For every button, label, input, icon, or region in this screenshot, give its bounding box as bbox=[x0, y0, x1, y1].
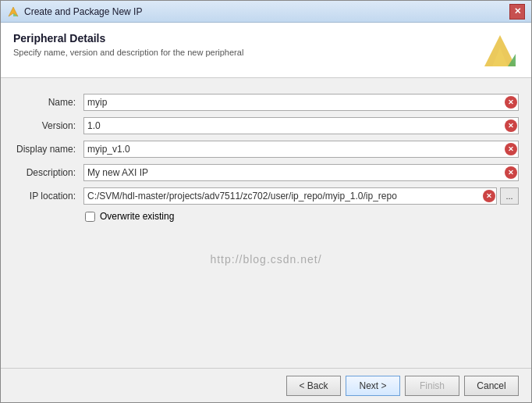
vivado-logo bbox=[481, 32, 519, 70]
display-name-label: Display name: bbox=[13, 144, 83, 155]
main-window: Create and Package New IP ✕ Peripheral D… bbox=[0, 0, 532, 403]
ip-location-clear-button[interactable]: ✕ bbox=[483, 190, 495, 202]
app-icon bbox=[7, 5, 20, 18]
version-input-wrapper: ✕ bbox=[83, 117, 519, 134]
display-name-input-wrapper: ✕ bbox=[83, 141, 519, 158]
name-input-wrapper: ✕ bbox=[83, 94, 519, 111]
overwrite-row: Overwrite existing bbox=[85, 211, 519, 222]
cancel-button[interactable]: Cancel bbox=[464, 376, 519, 396]
panel-header-text: Peripheral Details Specify name, version… bbox=[13, 32, 243, 57]
version-label: Version: bbox=[13, 120, 83, 131]
version-row: Version: ✕ bbox=[13, 117, 519, 134]
ip-location-input[interactable] bbox=[83, 187, 497, 205]
panel-title: Peripheral Details bbox=[13, 32, 243, 45]
panel-header: Peripheral Details Specify name, version… bbox=[1, 23, 531, 78]
form-area: Name: ✕ Version: ✕ Display name: bbox=[1, 78, 531, 368]
display-name-clear-button[interactable]: ✕ bbox=[505, 143, 517, 155]
ip-input-area: ✕ bbox=[83, 187, 497, 205]
title-bar-left: Create and Package New IP bbox=[7, 5, 142, 18]
ip-location-label: IP location: bbox=[13, 191, 83, 202]
back-button[interactable]: < Back bbox=[286, 376, 341, 396]
name-row: Name: ✕ bbox=[13, 94, 519, 111]
close-button[interactable]: ✕ bbox=[509, 4, 525, 20]
title-bar: Create and Package New IP ✕ bbox=[1, 1, 531, 23]
description-row: Description: ✕ bbox=[13, 164, 519, 181]
description-input[interactable] bbox=[83, 164, 519, 181]
version-clear-button[interactable]: ✕ bbox=[505, 119, 517, 132]
window-title: Create and Package New IP bbox=[24, 6, 142, 17]
name-input[interactable] bbox=[83, 94, 519, 111]
finish-button[interactable]: Finish bbox=[405, 376, 459, 396]
description-clear-button[interactable]: ✕ bbox=[505, 166, 517, 179]
browse-button[interactable]: ... bbox=[500, 187, 519, 205]
description-label: Description: bbox=[13, 167, 83, 178]
content-area: Peripheral Details Specify name, version… bbox=[1, 23, 531, 402]
ip-location-row: IP location: ✕ ... bbox=[13, 187, 519, 205]
overwrite-label: Overwrite existing bbox=[100, 211, 174, 222]
watermark-text: http://blog.csdn.net/ bbox=[13, 253, 519, 266]
next-button[interactable]: Next > bbox=[346, 376, 400, 396]
description-input-wrapper: ✕ bbox=[83, 164, 519, 181]
name-label: Name: bbox=[13, 97, 83, 108]
footer: < Back Next > Finish Cancel bbox=[1, 368, 531, 402]
display-name-row: Display name: ✕ bbox=[13, 141, 519, 158]
ip-location-wrapper: ✕ ... bbox=[83, 187, 519, 205]
panel-subtitle: Specify name, version and description fo… bbox=[13, 48, 243, 57]
display-name-input[interactable] bbox=[83, 141, 519, 158]
overwrite-checkbox[interactable] bbox=[85, 212, 95, 222]
version-input[interactable] bbox=[83, 117, 519, 134]
name-clear-button[interactable]: ✕ bbox=[505, 96, 517, 109]
